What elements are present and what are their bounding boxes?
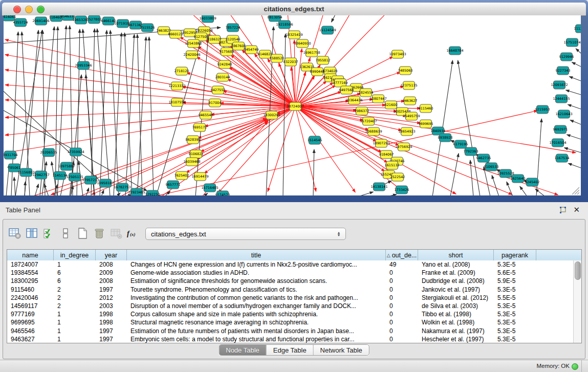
table-scrollbar[interactable]	[573, 260, 581, 343]
network-node-hub[interactable]: 18724007	[287, 102, 303, 111]
column-header-title[interactable]: title	[127, 250, 386, 260]
network-node[interactable]: 10958187	[97, 179, 114, 187]
tab-edge-table[interactable]: Edge Table	[267, 345, 314, 355]
network-node[interactable]: 8931704	[4, 151, 17, 159]
network-node[interactable]: 7515526	[140, 24, 155, 32]
network-node[interactable]: 22420046	[183, 51, 200, 59]
network-edge[interactable]	[25, 182, 25, 195]
network-node[interactable]: 7986372	[355, 107, 369, 115]
network-edge[interactable]	[125, 34, 134, 195]
network-window-titlebar[interactable]: citations_edges.txt	[2, 3, 586, 16]
network-node[interactable]: 16914479	[191, 172, 208, 181]
column-header-pagerank[interactable]: pagerank	[494, 250, 536, 260]
network-node[interactable]: 1527802	[87, 15, 102, 24]
network-edge[interactable]	[387, 194, 397, 195]
table-row[interactable]: 1872400712008Changes of HCN gene express…	[7, 260, 574, 269]
network-node[interactable]: 9215953	[535, 105, 550, 114]
network-node[interactable]: 9175685	[220, 48, 234, 56]
network-node[interactable]: 15124549	[319, 26, 336, 34]
column-visibility-icon[interactable]	[24, 226, 39, 241]
table-settings-icon[interactable]	[7, 226, 23, 241]
network-node[interactable]: 15720407	[360, 117, 377, 125]
network-node[interactable]: 18300295	[263, 111, 280, 119]
network-node[interactable]: 19756928	[395, 143, 412, 151]
network-node[interactable]: 19218596	[276, 20, 293, 29]
network-edge[interactable]	[492, 175, 499, 195]
float-panel-icon[interactable]	[559, 207, 567, 214]
network-edge[interactable]	[313, 149, 314, 195]
delete-entries-icon[interactable]	[92, 226, 107, 241]
network-edge[interactable]	[100, 30, 107, 195]
network-node[interactable]: 17359924	[67, 148, 84, 156]
canvas-resize-grip[interactable]	[572, 187, 579, 194]
network-node[interactable]: 8322037	[284, 58, 298, 66]
zoom-window-icon[interactable]	[37, 6, 45, 13]
network-edge[interactable]	[295, 106, 405, 193]
network-node[interactable]: 15751074	[563, 38, 580, 47]
network-node[interactable]: 621600	[385, 101, 398, 109]
network-node[interactable]: 1167534	[555, 154, 570, 162]
network-node[interactable]: 12505135	[66, 173, 83, 181]
network-edge[interactable]	[572, 62, 581, 67]
network-node[interactable]: 10973493	[389, 50, 406, 58]
network-node[interactable]: 10975887	[58, 162, 75, 170]
network-edge[interactable]	[568, 163, 581, 168]
network-node[interactable]: 8106533	[484, 163, 499, 171]
table-row[interactable]: 946362711997Embryonic stem cells: a mode…	[7, 335, 574, 343]
close-window-icon[interactable]	[13, 6, 21, 13]
network-node[interactable]: 14138141	[371, 183, 387, 191]
network-node[interactable]: 17016504	[549, 139, 566, 147]
network-node[interactable]: 10807447	[369, 95, 386, 103]
network-node[interactable]: 2718120	[175, 67, 189, 75]
network-edge[interactable]	[566, 90, 581, 95]
network-edge[interactable]	[564, 148, 581, 152]
scrollbar-thumb[interactable]	[575, 261, 581, 280]
network-node[interactable]: 16033809	[199, 15, 216, 23]
network-edge[interactable]	[123, 195, 132, 196]
network-node[interactable]: 9227343	[556, 67, 571, 75]
network-node[interactable]: 20953346	[75, 61, 92, 70]
network-node[interactable]: 9129946	[559, 53, 574, 61]
network-edge[interactable]	[332, 15, 343, 22]
table-selector-dropdown[interactable]: citations_edges.txt ▲▼	[145, 228, 346, 240]
network-edge[interactable]	[35, 184, 38, 195]
network-edge[interactable]	[358, 192, 373, 195]
network-node[interactable]: 1514545	[308, 136, 322, 144]
new-table-icon[interactable]	[75, 226, 90, 241]
network-node[interactable]: 1824554	[359, 89, 374, 97]
table-row[interactable]: 969969511998Structural magnetic resonanc…	[7, 318, 574, 326]
network-node[interactable]: 16210643	[555, 110, 572, 118]
network-node[interactable]: 7695172	[192, 123, 207, 132]
network-node[interactable]: 20206535	[40, 148, 57, 157]
function-builder-icon[interactable]: f(x)	[125, 226, 141, 241]
network-node[interactable]: 9242848	[217, 60, 232, 69]
column-header-name[interactable]: name	[7, 250, 54, 260]
network-node[interactable]: 12093872	[551, 81, 568, 89]
column-header-in_degree[interactable]: in_degree	[54, 250, 96, 260]
column-header-out_de[interactable]: △out_de...	[386, 250, 418, 260]
network-edge[interactable]	[568, 104, 581, 109]
network-node[interactable]: 18654923	[398, 127, 415, 136]
network-edge[interactable]	[149, 37, 154, 195]
network-edge[interactable]	[576, 49, 581, 53]
network-node[interactable]: 6466140	[101, 17, 116, 25]
network-node[interactable]: 12444155	[553, 95, 570, 103]
table-row[interactable]: 977716911998Corpus callosum shape and si…	[7, 310, 574, 318]
network-node[interactable]: 1733426	[395, 186, 409, 194]
network-node[interactable]: 20691406	[32, 17, 49, 25]
network-node[interactable]: 6497568	[339, 86, 354, 94]
network-node[interactable]: 18907293	[373, 139, 389, 147]
delete-table-icon[interactable]	[108, 226, 124, 241]
network-node[interactable]: 18640910	[294, 39, 311, 48]
network-node[interactable]: 16961758	[303, 49, 320, 57]
network-edge[interactable]	[520, 186, 527, 195]
table-row[interactable]: 911546021997Tourette syndrome. Phenomeno…	[7, 286, 574, 294]
network-node[interactable]: 9462735	[476, 154, 491, 162]
tab-node-table[interactable]: Node Table	[219, 345, 267, 355]
network-node[interactable]: 8938928	[438, 134, 453, 142]
column-header-year[interactable]: year	[96, 250, 127, 260]
network-node[interactable]: 1112540	[574, 25, 581, 33]
network-node[interactable]: 12923485	[128, 188, 145, 195]
network-node[interactable]: 7792363	[464, 147, 478, 156]
tab-network-table[interactable]: Network Table	[314, 345, 369, 355]
